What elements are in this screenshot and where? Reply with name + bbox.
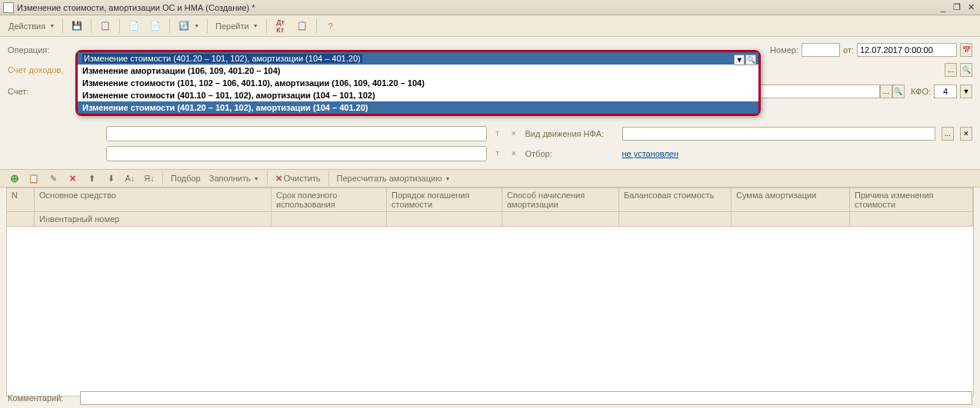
actions-menu[interactable]: Действия ▼ bbox=[5, 20, 58, 32]
t-button-1[interactable]: Т bbox=[495, 130, 500, 138]
plus-icon: ⊕ bbox=[9, 173, 20, 184]
date-input[interactable] bbox=[857, 43, 957, 57]
analytics-input-1[interactable] bbox=[106, 126, 487, 141]
down-icon: ⬇ bbox=[105, 173, 116, 184]
titlebar: Изменение стоимости, амортизации ОС и НМ… bbox=[0, 0, 980, 15]
report-icon: 📋 bbox=[296, 20, 308, 32]
filter-link[interactable]: не установлен bbox=[622, 149, 679, 158]
fill-label: Заполнить bbox=[209, 174, 251, 183]
edit-row-button[interactable]: ✎ bbox=[45, 171, 62, 185]
operation-label: Операция: bbox=[8, 45, 75, 55]
clear-label: Очистить bbox=[284, 174, 321, 183]
move-up-button[interactable]: ⬆ bbox=[83, 171, 100, 185]
operation-selected-text: Изменение стоимости (401.20 – 101, 102),… bbox=[82, 54, 362, 63]
col-balance-header[interactable]: Балансовая стоимость bbox=[619, 188, 732, 211]
t-button-2[interactable]: Т bbox=[495, 150, 500, 158]
col-asset-header[interactable]: Основное средство bbox=[35, 188, 272, 211]
copy-row-button[interactable]: 📋 bbox=[25, 171, 42, 185]
col-n-header[interactable]: N bbox=[7, 188, 35, 211]
account-search-button[interactable]: 🔍 bbox=[892, 85, 905, 98]
kfo-dropdown-button[interactable]: ▼ bbox=[960, 85, 972, 98]
operation-dropdown: Изменение стоимости (401.20 – 101, 102),… bbox=[75, 50, 761, 116]
help-icon: ? bbox=[325, 20, 337, 32]
minimize-button[interactable]: _ bbox=[937, 2, 949, 13]
comment-label: Комментарий: bbox=[8, 393, 75, 403]
col-balance-sub bbox=[619, 212, 732, 226]
main-toolbar: Действия ▼ 💾 📋 📄 📄 🔃▼ Перейти ▼ ДтКт 📋 ? bbox=[0, 15, 980, 37]
from-label: от: bbox=[843, 45, 854, 55]
calendar-button[interactable]: 📅 bbox=[960, 43, 972, 57]
col-n-sub bbox=[7, 212, 35, 226]
post-close-button[interactable]: 📄 bbox=[145, 18, 165, 34]
maximize-button[interactable]: ❐ bbox=[951, 2, 963, 13]
chevron-down-icon: ▼ bbox=[49, 23, 55, 28]
nfa-lookup-button[interactable]: … bbox=[942, 127, 954, 141]
col-amort-header[interactable]: Сумма амортизации bbox=[732, 188, 850, 211]
select-label: Подбор bbox=[171, 174, 201, 183]
sort-desc-button[interactable]: Я↓ bbox=[141, 171, 158, 185]
delete-row-button[interactable]: ✕ bbox=[64, 171, 81, 185]
help-button[interactable]: ? bbox=[321, 18, 341, 34]
post-button[interactable]: 📄 bbox=[124, 18, 144, 34]
col-term-sub bbox=[272, 212, 387, 226]
nfa-clear-button[interactable]: ✕ bbox=[960, 127, 972, 141]
post-icon: 📄 bbox=[128, 20, 140, 32]
dtkt-icon: ДтКт bbox=[275, 20, 287, 32]
income-lookup-button[interactable]: … bbox=[945, 63, 957, 77]
grid-body[interactable] bbox=[7, 227, 973, 396]
operation-selected[interactable]: Изменение стоимости (401.20 – 101, 102),… bbox=[78, 52, 758, 65]
sort-asc-button[interactable]: A↓ bbox=[122, 171, 138, 185]
add-row-button[interactable]: ⊕ bbox=[6, 171, 23, 185]
col-reason-header[interactable]: Причина изменения стоимости bbox=[850, 188, 973, 211]
x-button-1[interactable]: ✕ bbox=[511, 130, 517, 138]
income-search-button[interactable]: 🔍 bbox=[960, 63, 972, 77]
account-lookup-button[interactable]: … bbox=[880, 85, 892, 98]
recalc-button[interactable]: Пересчитать амортизацию▼ bbox=[334, 172, 454, 184]
col-order-header[interactable]: Порядок погашения стоимости bbox=[387, 188, 502, 211]
operation-option-3[interactable]: Изменение стоимости (401.20 – 101, 102),… bbox=[78, 101, 758, 114]
nfa-input[interactable] bbox=[622, 127, 936, 141]
filter-label: Отбор: bbox=[525, 149, 616, 158]
actions-label: Действия bbox=[8, 22, 45, 31]
post-close-icon: 📄 bbox=[149, 20, 162, 32]
chevron-down-icon: ▼ bbox=[194, 23, 199, 28]
copy-row-icon: 📋 bbox=[28, 173, 39, 184]
kfo-input[interactable] bbox=[934, 85, 957, 98]
number-input[interactable] bbox=[802, 43, 840, 57]
move-down-button[interactable]: ⬇ bbox=[102, 171, 119, 185]
select-button[interactable]: Подбор bbox=[168, 172, 204, 184]
save-button[interactable]: 💾 bbox=[67, 18, 87, 34]
income-account-label: Счет доходов, bbox=[8, 65, 75, 75]
account-label: Счет: bbox=[8, 87, 75, 96]
col-term-header[interactable]: Срок полезного использования bbox=[272, 188, 387, 211]
operation-option-2[interactable]: Изменение стоимости (401.10 – 101, 102),… bbox=[78, 89, 758, 101]
copy-button[interactable]: 📋 bbox=[95, 18, 115, 34]
col-amort-sub bbox=[732, 212, 850, 226]
dtkt-button[interactable]: ДтКт bbox=[271, 18, 291, 34]
x-button-2[interactable]: ✕ bbox=[511, 150, 517, 158]
goto-menu[interactable]: Перейти ▼ bbox=[212, 20, 262, 32]
report-button[interactable]: 📋 bbox=[292, 18, 312, 34]
close-button[interactable]: ✕ bbox=[965, 2, 977, 13]
structure-icon: 🔃 bbox=[178, 20, 190, 32]
operation-dropdown-button[interactable]: ▼ bbox=[734, 55, 745, 65]
chevron-down-icon: ▼ bbox=[254, 176, 259, 181]
col-reason-sub bbox=[850, 212, 973, 226]
operation-option-1[interactable]: Изменение стоимости (101, 102 – 106, 401… bbox=[78, 77, 758, 89]
copy-icon: 📋 bbox=[99, 20, 112, 32]
data-grid: N Основное средство Срок полезного испол… bbox=[6, 187, 974, 396]
comment-input[interactable] bbox=[80, 391, 972, 405]
window-icon bbox=[3, 2, 14, 13]
structure-button[interactable]: 🔃▼ bbox=[174, 18, 203, 34]
fill-button[interactable]: Заполнить▼ bbox=[206, 172, 262, 184]
number-label: Номер: bbox=[770, 45, 798, 55]
operation-option-0[interactable]: Изменение амортизации (106, 109, 401.20 … bbox=[78, 65, 758, 77]
goto-label: Перейти bbox=[215, 22, 249, 31]
col-inventory-header[interactable]: Инвентарный номер bbox=[35, 212, 272, 226]
analytics-input-2[interactable] bbox=[106, 146, 487, 161]
col-method-header[interactable]: Способ начисления амортизации bbox=[502, 188, 619, 211]
col-order-sub bbox=[387, 212, 502, 226]
edit-icon: ✎ bbox=[48, 173, 58, 184]
operation-lookup-button[interactable]: 🔍 bbox=[745, 55, 756, 65]
clear-button[interactable]: ✕ Очистить bbox=[272, 172, 324, 185]
